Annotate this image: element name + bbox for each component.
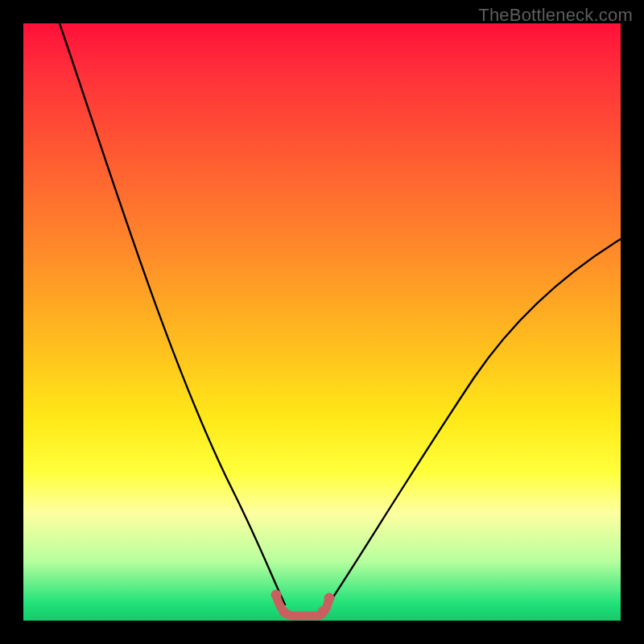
valley-dot-right [324, 593, 335, 604]
curve-layer [23, 23, 621, 621]
valley-dot-right-2 [318, 606, 328, 616]
valley-dot-left-2 [279, 608, 289, 617]
plot-area [23, 23, 621, 621]
chart-frame: TheBottleneck.com [0, 0, 644, 644]
valley-dot-left [271, 590, 282, 601]
watermark-text: TheBottleneck.com [478, 5, 633, 26]
curve-right-branch [329, 239, 621, 603]
curve-left-branch [60, 23, 285, 605]
